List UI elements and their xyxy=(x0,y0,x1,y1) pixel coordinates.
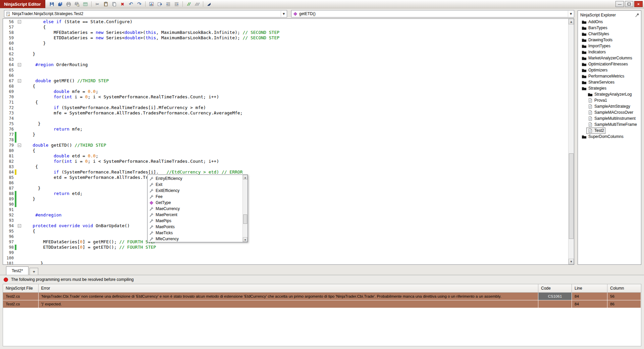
intellisense-item[interactable]: MaePercent xyxy=(148,212,243,218)
explorer-item-label: Test2 xyxy=(594,128,604,133)
scroll-up-icon[interactable]: ▲ xyxy=(243,175,248,180)
intellisense-item[interactable]: MaeCurrency xyxy=(148,206,243,212)
chart-icon[interactable] xyxy=(148,1,155,8)
type-dropdown[interactable]: NinjaTrader.NinjaScript.Strategies.Test2… xyxy=(4,10,287,17)
explorer-item-row: ImportTypes xyxy=(581,43,611,49)
intellisense-item[interactable]: EntryEfficiency xyxy=(148,176,243,182)
explorer-item-strategies[interactable]: Strategies xyxy=(578,85,641,91)
print-preview-icon[interactable] xyxy=(73,1,81,8)
indent-icon[interactable] xyxy=(173,1,180,8)
intellisense-item[interactable]: GetType xyxy=(148,200,243,206)
save-all-icon[interactable] xyxy=(56,1,64,8)
explorer-item-barstypes[interactable]: BarsTypes xyxy=(578,25,641,31)
explorer-item-indicators[interactable]: Indicators xyxy=(578,49,641,55)
goto-icon[interactable] xyxy=(156,1,164,8)
intellisense-item[interactable]: Fee xyxy=(148,194,243,200)
explorer-item-marketanalyzercolumns[interactable]: MarketAnalyzerColumns xyxy=(578,55,641,61)
chevron-down-icon[interactable]: ▼ xyxy=(568,11,574,17)
editor-vertical-scrollbar[interactable]: ▲ ▼ xyxy=(568,19,574,264)
fold-toggle-icon[interactable]: − xyxy=(18,20,21,23)
title-bar[interactable]: NinjaScript Editor ✂✖↶↷///// —× xyxy=(0,0,644,8)
scrollbar-thumb[interactable] xyxy=(569,153,574,239)
delete-icon[interactable]: ✖ xyxy=(119,1,126,8)
line-number: 81 xyxy=(3,153,14,159)
outdent-icon[interactable] xyxy=(164,1,172,8)
column-header-error[interactable]: Error xyxy=(38,284,538,292)
fold-column: − xyxy=(16,143,22,148)
file-icon xyxy=(588,104,593,109)
fold-toggle-icon[interactable]: − xyxy=(18,144,21,147)
line-number: 73 xyxy=(3,110,14,116)
code-line-61: 61 xyxy=(3,46,574,51)
intellisense-item[interactable]: MaePoints xyxy=(148,224,243,230)
code-editor[interactable]: 56− else if (State == State.Configure)57… xyxy=(3,18,574,265)
line-number: 59 xyxy=(3,35,14,41)
error-cell-column: 56 xyxy=(607,292,641,300)
code-text: double etd = 0.0; xyxy=(22,153,98,159)
explorer-item-performancemetrics[interactable]: PerformanceMetrics xyxy=(578,73,641,79)
member-dropdown[interactable]: getETD() ▼ xyxy=(291,10,574,17)
explorer-item-strategyanalyzerlog[interactable]: StrategyAnalyzerLog xyxy=(578,91,641,97)
scrollbar-thumb[interactable] xyxy=(243,214,247,224)
maximize-button[interactable] xyxy=(625,1,633,7)
intellisense-item[interactable]: MaeTicks xyxy=(148,230,243,236)
undo-icon[interactable]: ↶ xyxy=(127,1,135,8)
save-icon[interactable] xyxy=(48,1,56,8)
explorer-item-superdomcolumns[interactable]: SuperDomColumns xyxy=(578,134,641,140)
copy-icon[interactable] xyxy=(110,1,118,8)
explorer-item-prova1[interactable]: Prova1 xyxy=(578,97,641,103)
scroll-up-icon[interactable]: ▲ xyxy=(569,19,574,24)
column-header-ninjascript-file[interactable]: NinjaScript File xyxy=(3,284,38,292)
explorer-item-addons[interactable]: AddOns xyxy=(578,19,641,25)
cut-icon[interactable]: ✂ xyxy=(94,1,101,8)
file-icon xyxy=(588,116,593,121)
intellisense-item[interactable]: MfeCurrency xyxy=(148,236,243,242)
explorer-item-shareservices[interactable]: ShareServices xyxy=(578,79,641,85)
explorer-item-test2[interactable]: Test2 xyxy=(578,128,641,134)
print-icon[interactable] xyxy=(65,1,72,8)
pin-icon[interactable] xyxy=(635,13,640,18)
explorer-item-optimizationfitnesses[interactable]: OptimizationFitnesses xyxy=(578,61,641,67)
error-row[interactable]: Test2.cs'NinjaTrader.Cbi.Trade' non cont… xyxy=(3,292,641,300)
minimize-button[interactable]: — xyxy=(615,1,624,7)
code-line-56: 56− else if (State == State.Configure) xyxy=(3,19,574,24)
close-button[interactable]: × xyxy=(634,1,643,7)
intellisense-scrollbar[interactable]: ▲ ▼ xyxy=(243,175,248,242)
fold-toggle-icon[interactable]: − xyxy=(18,224,21,228)
column-header-line[interactable]: Line xyxy=(572,284,607,292)
intellisense-item-label: EntryEfficiency xyxy=(156,176,182,181)
scroll-down-icon[interactable]: ▼ xyxy=(243,237,248,242)
error-cell-code xyxy=(538,300,572,308)
explorer-item-chartstyles[interactable]: ChartStyles xyxy=(578,31,641,37)
chevron-down-icon[interactable]: ▼ xyxy=(281,11,286,17)
explorer-item-drawingtools[interactable]: DrawingTools xyxy=(578,37,641,43)
explorer-item-importtypes[interactable]: ImportTypes xyxy=(578,43,641,49)
redo-icon[interactable]: ↷ xyxy=(136,1,143,8)
compile-icon[interactable] xyxy=(205,1,213,8)
comment-icon[interactable]: // xyxy=(185,1,193,8)
intellisense-item[interactable]: ExitEfficiency xyxy=(148,188,243,194)
tab-test2[interactable]: Test2* xyxy=(6,266,29,275)
paste-icon[interactable] xyxy=(102,1,110,8)
explorer-item-sampleatmstrategy[interactable]: SampleAtmStrategy xyxy=(578,103,641,109)
explorer-item-samplemacrossover[interactable]: SampleMACrossOver xyxy=(578,109,641,115)
new-tab-button[interactable]: + xyxy=(30,268,38,275)
column-header-code[interactable]: Code xyxy=(538,284,572,292)
export-grid-icon[interactable] xyxy=(82,1,89,8)
fold-toggle-icon[interactable]: − xyxy=(18,63,21,66)
intellisense-item[interactable]: Exit xyxy=(148,182,243,188)
folder-icon xyxy=(582,86,587,91)
scroll-down-icon[interactable]: ▼ xyxy=(569,259,574,264)
error-row[interactable]: Test2.cs')' expected.8486 xyxy=(3,300,641,308)
code-line-89: 89 } xyxy=(3,196,574,202)
intellisense-item[interactable]: MaePips xyxy=(148,218,243,224)
uncomment-icon[interactable]: /// xyxy=(193,1,201,8)
explorer-item-optimizers[interactable]: Optimizers xyxy=(578,67,641,73)
fold-toggle-icon[interactable]: − xyxy=(18,79,21,83)
explorer-item-samplemultitimeframe[interactable]: SampleMultiTimeFrame xyxy=(578,121,641,128)
explorer-item-samplemultiinstrument[interactable]: SampleMultiInstrument xyxy=(578,115,641,121)
column-header-column[interactable]: Column xyxy=(607,284,641,292)
toolbar-separator xyxy=(182,1,183,7)
fold-column xyxy=(16,202,22,207)
code-text: ETDDataSeries[0] = getETD(); // FOURTH S… xyxy=(22,245,156,250)
